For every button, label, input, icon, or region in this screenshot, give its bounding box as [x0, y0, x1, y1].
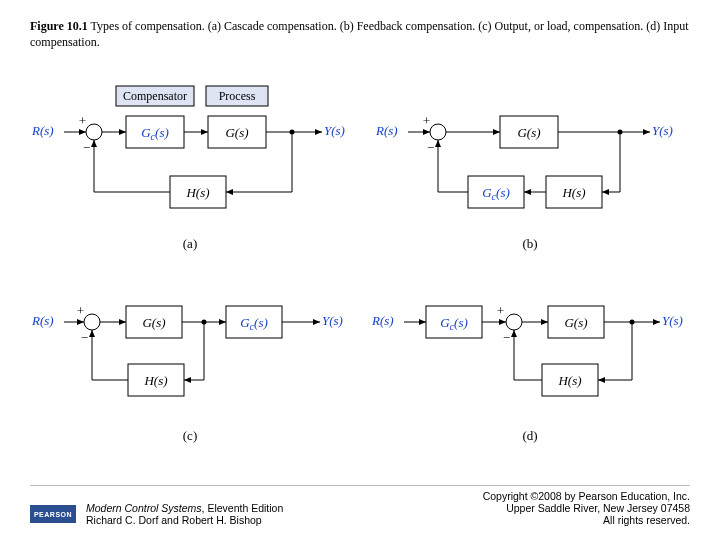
block-G: G(s)	[564, 315, 587, 330]
minus-icon: −	[426, 140, 435, 155]
block-G: G(s)	[517, 125, 540, 140]
footer: PEARSON Modern Control Systems, Eleventh…	[30, 490, 690, 526]
pearson-logo: PEARSON	[30, 505, 76, 523]
compensator-label: Compensator	[123, 89, 187, 103]
diagram-b: R(s) + − G(s) Y(s) H(s) Gc(s)	[370, 80, 690, 230]
plus-icon: +	[422, 113, 431, 128]
process-label: Process	[219, 89, 256, 103]
block-H: H(s)	[561, 185, 585, 200]
address-text: Upper Saddle River, New Jersey 07458	[483, 502, 690, 514]
signal-Y: Y(s)	[652, 123, 673, 138]
block-Gc: Gc(s)	[440, 315, 468, 332]
signal-Y: Y(s)	[662, 313, 683, 328]
block-H: H(s)	[143, 373, 167, 388]
signal-R: R(s)	[31, 313, 54, 328]
sublabel-d: (d)	[522, 428, 537, 444]
diagram-c: R(s) + − G(s) Gc(s) Y(s) H(s)	[30, 282, 350, 422]
summing-junction	[430, 124, 446, 140]
block-Gc: Gc(s)	[482, 185, 510, 202]
signal-Y: Y(s)	[322, 313, 343, 328]
figure-caption: Figure 10.1 Types of compensation. (a) C…	[30, 18, 690, 50]
plus-icon: +	[76, 303, 85, 318]
figure-number: Figure 10.1	[30, 19, 88, 33]
sublabel-b: (b)	[522, 236, 537, 252]
plus-icon: +	[78, 113, 87, 128]
block-G: G(s)	[142, 315, 165, 330]
summing-junction	[506, 314, 522, 330]
block-H: H(s)	[557, 373, 581, 388]
summing-junction	[84, 314, 100, 330]
authors-text: Richard C. Dorf and Robert H. Bishop	[86, 514, 283, 526]
block-Gc: Gc(s)	[240, 315, 268, 332]
panel-d: R(s) Gc(s) + − G(s) Y(s) H(s) (d)	[370, 282, 690, 444]
copyright-block: Copyright ©2008 by Pearson Education, In…	[483, 490, 690, 526]
slide: Figure 10.1 Types of compensation. (a) C…	[0, 0, 720, 540]
sublabel-c: (c)	[183, 428, 197, 444]
minus-icon: −	[82, 140, 91, 155]
signal-R: R(s)	[371, 313, 394, 328]
minus-icon: −	[80, 330, 89, 345]
book-title: Modern Control Systems	[86, 502, 202, 514]
panel-a: Compensator Process R(s) + − Gc(s) G(s) …	[30, 80, 350, 252]
plus-icon: +	[496, 303, 505, 318]
signal-R: R(s)	[375, 123, 398, 138]
panel-c: R(s) + − G(s) Gc(s) Y(s) H(s) (c)	[30, 282, 350, 444]
diagram-a: Compensator Process R(s) + − Gc(s) G(s) …	[30, 80, 350, 230]
diagram-grid: Compensator Process R(s) + − Gc(s) G(s) …	[30, 80, 690, 444]
block-H: H(s)	[185, 185, 209, 200]
caption-text: Types of compensation. (a) Cascade compe…	[30, 19, 689, 49]
rights-text: All rights reserved.	[483, 514, 690, 526]
footer-rule	[30, 485, 690, 486]
signal-R: R(s)	[31, 123, 54, 138]
signal-Y: Y(s)	[324, 123, 345, 138]
summing-junction	[86, 124, 102, 140]
block-G: G(s)	[225, 125, 248, 140]
sublabel-a: (a)	[183, 236, 197, 252]
diagram-d: R(s) Gc(s) + − G(s) Y(s) H(s)	[370, 282, 690, 422]
block-Gc: Gc(s)	[141, 125, 169, 142]
copyright-text: Copyright ©2008 by Pearson Education, In…	[483, 490, 690, 502]
edition-text: , Eleventh Edition	[202, 502, 284, 514]
book-credit: Modern Control Systems, Eleventh Edition…	[86, 502, 283, 526]
panel-b: R(s) + − G(s) Y(s) H(s) Gc(s) (b)	[370, 80, 690, 252]
minus-icon: −	[502, 330, 511, 345]
